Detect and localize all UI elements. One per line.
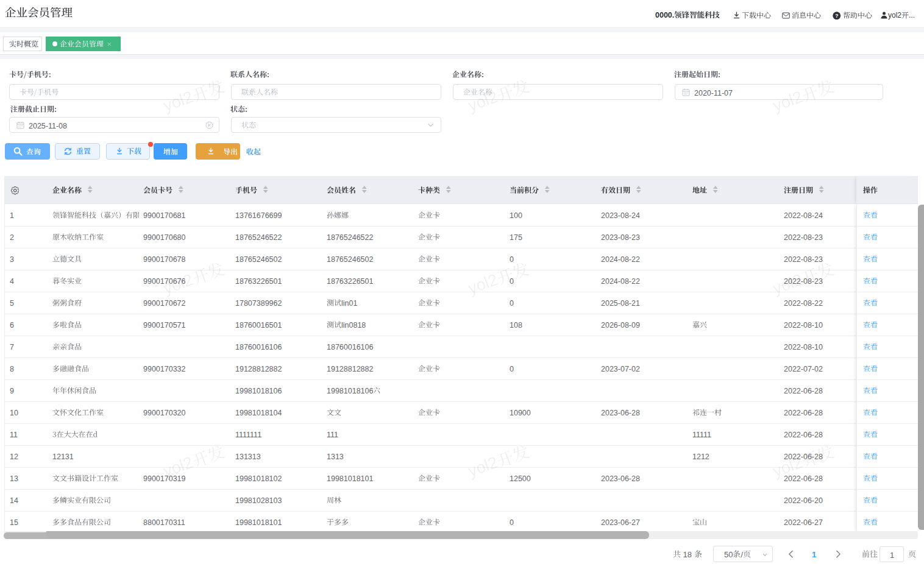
svg-text:?: ? (835, 12, 838, 18)
